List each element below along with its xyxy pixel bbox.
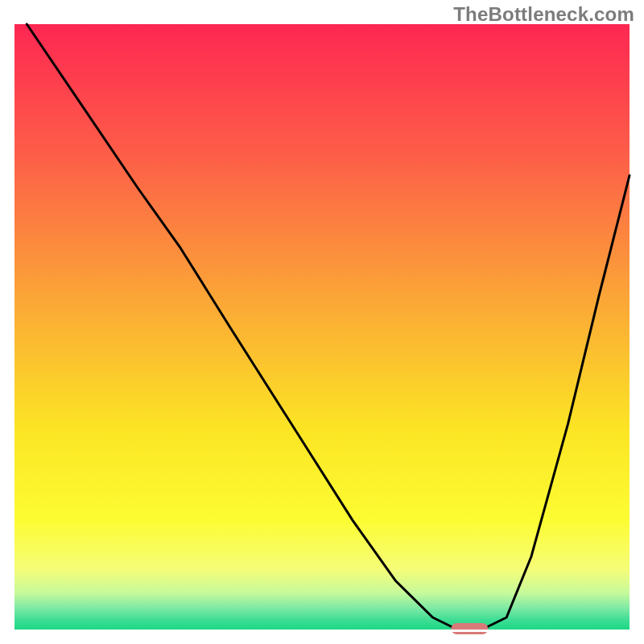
svg-rect-2 bbox=[12, 24, 14, 630]
watermark-text: TheBottleneck.com bbox=[453, 3, 634, 26]
chart-wrapper: TheBottleneck.com bbox=[0, 0, 644, 644]
svg-rect-3 bbox=[12, 630, 632, 632]
svg-rect-1 bbox=[451, 623, 488, 634]
bottleneck-chart bbox=[0, 0, 644, 644]
